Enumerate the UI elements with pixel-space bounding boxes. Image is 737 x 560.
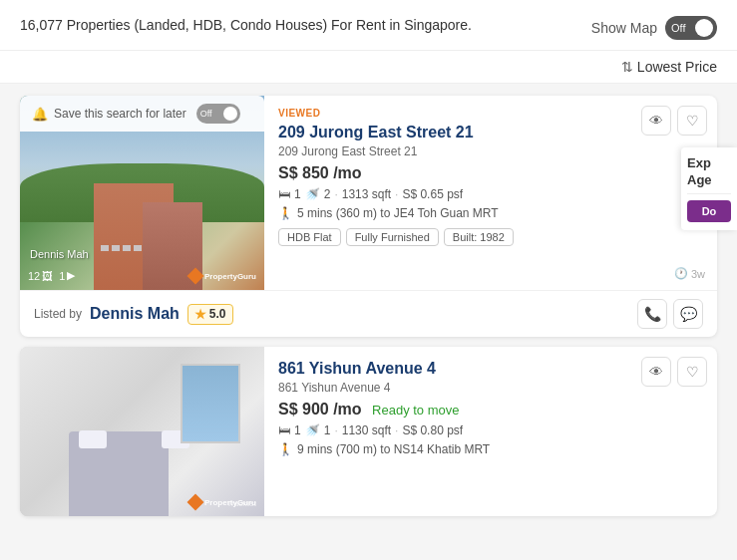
heart-button-1[interactable]: ♡ <box>677 106 707 136</box>
psf-2: S$ 0.80 psf <box>402 423 463 437</box>
sqft-1: 1313 sqft <box>342 187 391 201</box>
show-map-toggle[interactable]: Off <box>665 16 717 40</box>
bath-icon: 🚿 <box>305 187 320 201</box>
timestamp-1: 🕐 3w <box>674 267 705 280</box>
bed-icon-2: 🛏 <box>278 423 290 437</box>
listing-image-2[interactable]: Tracklist PropertyGuru <box>20 347 264 516</box>
tag-furnished: Fully Furnished <box>346 228 439 246</box>
photo-icon: 🖼 <box>42 270 53 282</box>
transit-text-1: 5 mins (360 m) to JE4 Toh Guan MRT <box>297 206 499 220</box>
listing-address-2: 861 Yishun Avenue 4 <box>278 381 703 395</box>
pg-diamond <box>186 268 203 285</box>
sqft-2: 1130 sqft <box>342 423 391 437</box>
walk-icon-1: 🚶 <box>278 206 293 220</box>
sep4: · <box>395 423 398 437</box>
listing-card-1: 🔔 Save this search for later Off <box>20 96 717 337</box>
sort-button[interactable]: ⇅ Lowest Price <box>621 59 717 75</box>
clock-icon-1: 🕐 <box>674 267 688 280</box>
listing-transit-1: 🚶 5 mins (360 m) to JE4 Toh Guan MRT <box>278 206 703 220</box>
rating-badge: ★ 5.0 <box>187 304 233 325</box>
listing-price-2: S$ 900 /mo Ready to move <box>278 401 703 419</box>
star-icon: ★ <box>194 307 206 322</box>
tag-built: Built: 1982 <box>444 228 514 246</box>
save-search-toggle[interactable]: Off <box>196 104 240 124</box>
video-icon: ▶ <box>67 269 75 282</box>
eye-button-1[interactable]: 👁 <box>641 106 671 136</box>
pg-diamond-2 <box>186 494 203 511</box>
bath-count: 2 <box>324 187 331 201</box>
page-header: 16,077 Properties (Landed, HDB, Condo Ho… <box>0 0 737 51</box>
listings-container: 🔔 Save this search for later Off <box>0 84 737 528</box>
sort-bar: ⇅ Lowest Price <box>0 51 737 84</box>
listing-transit-2: 🚶 9 mins (700 m) to NS14 Khatib MRT <box>278 442 703 456</box>
image-count-1: 12 🖼 1 ▶ <box>28 269 75 282</box>
video-count: 1 ▶ <box>59 269 75 282</box>
bed-count-2: 1 <box>294 423 301 437</box>
listing-title-1[interactable]: 209 Jurong East Street 21 <box>278 123 703 141</box>
pg-watermark-2: PropertyGuru <box>189 496 256 508</box>
chat-button-1[interactable]: 💬 <box>673 299 703 329</box>
right-panel-teaser: Exp Age Do <box>681 147 737 230</box>
price-value-2: S$ 900 /mo <box>278 401 362 418</box>
eye-button-2[interactable]: 👁 <box>641 357 671 387</box>
card-details-1: VIEWED 209 Jurong East Street 21 209 Jur… <box>264 96 717 290</box>
card-actions-1: 👁 ♡ <box>641 106 707 136</box>
bell-icon: 🔔 <box>32 107 48 122</box>
heart-button-2[interactable]: ♡ <box>677 357 707 387</box>
card-top-2: Tracklist PropertyGuru 861 Yishun Avenue… <box>20 347 717 516</box>
tag-hdb: HDB Flat <box>278 228 341 246</box>
bath-count-2: 1 <box>324 423 331 437</box>
sep1: · <box>334 187 337 201</box>
listing-image-1[interactable]: 🔔 Save this search for later Off <box>20 96 264 290</box>
transit-text-2: 9 mins (700 m) to NS14 Khatib MRT <box>297 442 490 456</box>
card-actions-2: 👁 ♡ <box>641 357 707 387</box>
listing-specs-1: 🛏 1 🚿 2 · 1313 sqft · S$ 0.65 psf <box>278 187 703 201</box>
call-button-1[interactable]: 📞 <box>637 299 667 329</box>
listing-tags-1: HDB Flat Fully Furnished Built: 1982 <box>278 228 703 246</box>
show-map-area: Show Map Off <box>591 16 717 40</box>
toggle-circle <box>695 19 713 37</box>
listing-card-2: Tracklist PropertyGuru 861 Yishun Avenue… <box>20 347 717 516</box>
photo-count: 12 <box>28 270 40 282</box>
agent-label: Age <box>687 172 731 187</box>
card-top-1: 🔔 Save this search for later Off <box>20 96 717 290</box>
bed-icon: 🛏 <box>278 187 290 201</box>
psf-1: S$ 0.65 psf <box>402 187 463 201</box>
pg-watermark-1: PropertyGuru <box>189 270 256 282</box>
agent-name-overlay: Dennis Mah <box>30 248 89 260</box>
agent-name-link[interactable]: Dennis Mah <box>90 305 180 323</box>
toggle-off-label: Off <box>671 22 685 34</box>
bed-count: 1 <box>294 187 301 201</box>
sort-label: Lowest Price <box>637 59 717 75</box>
card-footer-1: Listed by Dennis Mah ★ 5.0 📞 💬 <box>20 290 717 337</box>
viewed-label: VIEWED <box>278 108 703 119</box>
page-title: 16,077 Properties (Landed, HDB, Condo Ho… <box>20 16 472 36</box>
listed-by-label: Listed by <box>34 307 82 321</box>
exp-label: Exp <box>687 155 731 170</box>
footer-actions-1: 📞 💬 <box>637 299 703 329</box>
save-toggle-circle <box>223 107 237 121</box>
listing-price-1: S$ 850 /mo <box>278 164 703 182</box>
listing-address-1: 209 Jurong East Street 21 <box>278 144 703 158</box>
bath-icon-2: 🚿 <box>305 423 320 437</box>
rating-value: 5.0 <box>209 307 226 321</box>
show-map-label: Show Map <box>591 20 657 36</box>
sort-icon: ⇅ <box>621 59 633 75</box>
walk-icon-2: 🚶 <box>278 442 293 456</box>
save-search-bar: 🔔 Save this search for later Off <box>20 96 264 132</box>
agent-info: Listed by Dennis Mah ★ 5.0 <box>34 304 233 325</box>
time-label-1: 3w <box>691 268 705 280</box>
image-count-number: 12 🖼 <box>28 270 53 282</box>
listing-title-2[interactable]: 861 Yishun Avenue 4 <box>278 359 703 378</box>
sep3: · <box>334 423 337 437</box>
save-search-label: Save this search for later <box>54 107 186 121</box>
save-toggle-text: Off <box>200 109 212 119</box>
ready-badge: Ready to move <box>372 403 459 418</box>
divider <box>687 193 731 194</box>
card-details-2: 861 Yishun Avenue 4 861 Yishun Avenue 4 … <box>264 347 717 516</box>
do-button[interactable]: Do <box>687 200 731 222</box>
listing-specs-2: 🛏 1 🚿 1 · 1130 sqft · S$ 0.80 psf <box>278 423 703 437</box>
sep2: · <box>395 187 398 201</box>
